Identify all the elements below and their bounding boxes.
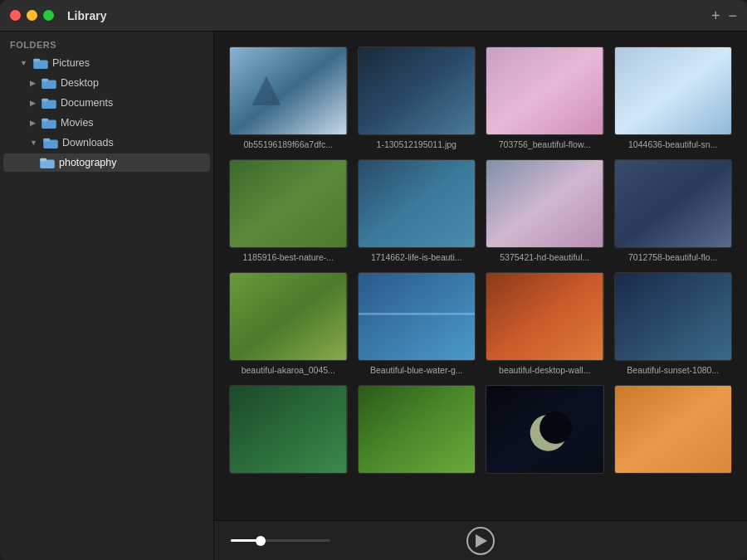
photo-item[interactable]: 1714662-life-is-beauti...: [358, 159, 476, 262]
sidebar-item-documents[interactable]: ▶ Documents: [3, 94, 210, 112]
photo-item[interactable]: [229, 385, 348, 478]
svg-rect-24: [486, 273, 603, 360]
svg-rect-18: [359, 160, 476, 247]
photo-svg: [230, 273, 347, 360]
photo-thumbnail: [614, 159, 733, 248]
sidebar-item-label: Desktop: [61, 77, 99, 89]
content-area: 0b55196189f66a7dfc...1-130512195011.jpg7…: [214, 32, 747, 560]
svg-rect-3: [42, 79, 48, 82]
svg-rect-9: [43, 139, 50, 142]
photo-label: Beautiful-sunset-1080...: [614, 365, 733, 375]
svg-point-30: [540, 411, 572, 444]
svg-rect-17: [230, 160, 347, 247]
photo-thumbnail: [358, 159, 476, 248]
folder-icon: [42, 97, 56, 109]
sidebar-item-desktop[interactable]: ▶ Desktop: [3, 74, 210, 92]
close-button[interactable]: [10, 10, 21, 21]
photo-svg: [230, 160, 347, 247]
sidebar-item-pictures[interactable]: ▼ Pictures: [3, 54, 210, 72]
sidebar-item-label: Downloads: [62, 137, 114, 149]
photo-item[interactable]: beautiful-desktop-wall...: [486, 272, 604, 375]
photo-item[interactable]: 0b55196189f66a7dfc...: [229, 46, 348, 149]
traffic-lights: [10, 10, 54, 21]
add-button[interactable]: +: [711, 8, 720, 23]
svg-rect-23: [359, 313, 476, 315]
photo-svg: [486, 386, 603, 473]
photo-label: Beautiful-blue-water-g...: [358, 365, 476, 375]
chevron-right-icon: ▶: [30, 79, 36, 87]
photo-item[interactable]: 1185916-best-nature-...: [229, 159, 348, 262]
photo-item[interactable]: 1044636-beautiful-sn...: [614, 46, 733, 149]
photo-label: 0b55196189f66a7dfc...: [229, 139, 348, 149]
photo-svg: [615, 47, 732, 134]
photo-svg: [359, 386, 476, 473]
sidebar-item-photography[interactable]: photography: [3, 153, 210, 172]
svg-rect-20: [615, 160, 732, 247]
photo-item[interactable]: 5375421-hd-beautiful...: [486, 159, 604, 262]
svg-rect-15: [486, 47, 603, 134]
sidebar-item-label: Pictures: [52, 57, 90, 69]
bottom-bar: [214, 520, 747, 560]
photo-svg: [359, 160, 476, 247]
photo-grid-container[interactable]: 0b55196189f66a7dfc...1-130512195011.jpg7…: [214, 32, 747, 520]
photo-item[interactable]: Beautiful-sunset-1080...: [614, 272, 733, 375]
maximize-button[interactable]: [43, 10, 54, 21]
photo-item[interactable]: 703756_beautiful-flow...: [486, 46, 604, 149]
svg-rect-21: [230, 273, 347, 360]
photo-thumbnail: [486, 159, 604, 248]
photo-label: beautiful-desktop-wall...: [486, 365, 604, 375]
photo-label: beautiful-akaroa_0045...: [229, 365, 348, 375]
photo-thumbnail: [229, 272, 348, 361]
minimize-button[interactable]: [27, 10, 37, 21]
photo-label: 703756_beautiful-flow...: [486, 139, 604, 149]
photo-thumbnail: [486, 272, 604, 361]
photo-thumbnail: [486, 385, 604, 474]
sidebar-item-label: Documents: [61, 97, 113, 109]
sidebar-item-movies[interactable]: ▶ Movies: [3, 114, 210, 132]
photo-label: 7012758-beautiful-flo...: [614, 252, 733, 262]
photo-label: 1714662-life-is-beauti...: [358, 252, 476, 262]
sidebar-item-label: photography: [59, 157, 117, 168]
chevron-right-icon: ▶: [30, 119, 36, 127]
photo-svg: [486, 160, 603, 247]
photo-item[interactable]: Beautiful-blue-water-g...: [358, 272, 476, 375]
photo-grid: 0b55196189f66a7dfc...1-130512195011.jpg7…: [229, 46, 732, 478]
photo-thumbnail: [614, 46, 733, 135]
play-button[interactable]: [466, 527, 495, 555]
svg-rect-12: [230, 47, 347, 134]
title-bar-actions: + −: [711, 8, 737, 23]
photo-item[interactable]: [486, 385, 604, 478]
svg-rect-27: [359, 386, 476, 473]
svg-rect-11: [40, 158, 46, 162]
photo-thumbnail: [229, 46, 348, 135]
folder-icon: [42, 77, 56, 89]
photo-thumbnail: [358, 46, 476, 135]
sidebar-item-downloads[interactable]: ▼ Downloads: [3, 134, 210, 152]
sidebar-section-label: Folders: [0, 32, 213, 53]
photo-thumbnail: [358, 385, 476, 474]
play-icon: [476, 534, 487, 548]
photo-svg: [615, 273, 732, 360]
chevron-right-icon: ▶: [30, 99, 36, 107]
svg-rect-1: [33, 59, 40, 62]
svg-rect-5: [42, 99, 48, 102]
photo-thumbnail: [229, 385, 348, 474]
photo-item[interactable]: [358, 385, 476, 478]
sidebar: Folders ▼ Pictures ▶ Desktop ▶: [0, 32, 214, 560]
slider-container[interactable]: [231, 539, 330, 542]
slider-thumb[interactable]: [256, 536, 266, 546]
app-title: Library: [67, 9, 711, 22]
photo-svg: [359, 47, 476, 134]
main-layout: Folders ▼ Pictures ▶ Desktop ▶: [0, 32, 747, 560]
photo-item[interactable]: beautiful-akaroa_0045...: [229, 272, 348, 375]
photo-svg: [615, 386, 732, 473]
photo-label: 1185916-best-nature-...: [229, 252, 348, 262]
svg-rect-16: [615, 47, 732, 134]
photo-item[interactable]: [614, 385, 733, 478]
photo-item[interactable]: 1-130512195011.jpg: [358, 46, 476, 149]
slider-track[interactable]: [231, 539, 330, 542]
photo-item[interactable]: 7012758-beautiful-flo...: [614, 159, 733, 262]
remove-button[interactable]: −: [728, 8, 737, 23]
photo-svg: [615, 160, 732, 247]
photo-label: 5375421-hd-beautiful...: [486, 252, 604, 262]
